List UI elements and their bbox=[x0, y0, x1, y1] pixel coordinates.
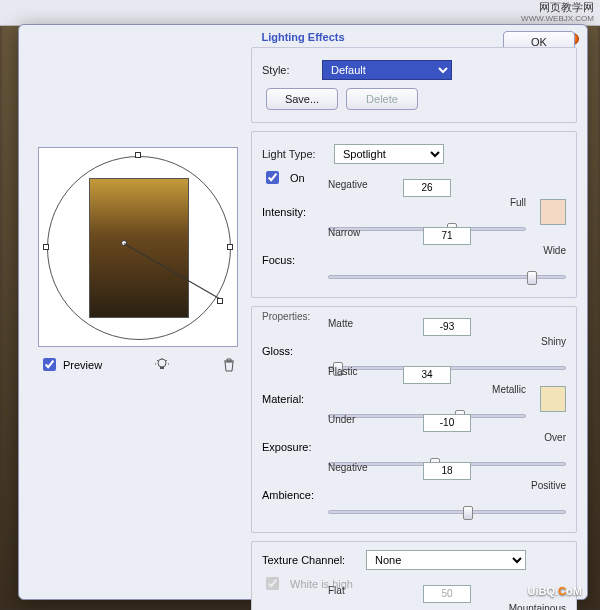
ambience-slider[interactable] bbox=[328, 510, 566, 514]
light-handle[interactable] bbox=[43, 244, 49, 250]
app-toolbar: 网页教学网 WWW.WEBJX.COM bbox=[0, 0, 600, 26]
white-is-high-checkbox bbox=[266, 577, 279, 590]
texture-channel-select[interactable]: None bbox=[366, 550, 526, 570]
light-ellipse[interactable] bbox=[47, 156, 231, 340]
properties-title: Properties: bbox=[262, 311, 566, 322]
gloss-label: Gloss: bbox=[262, 345, 320, 357]
exposure-value[interactable]: -10 bbox=[423, 414, 471, 432]
material-value[interactable]: 34 bbox=[403, 366, 451, 384]
style-label: Style: bbox=[262, 64, 314, 76]
lightbulb-icon[interactable] bbox=[154, 357, 170, 373]
style-group: Style: Default Save... Delete bbox=[251, 47, 577, 123]
site-name: 网页教学网 bbox=[521, 2, 594, 13]
focus-value[interactable]: 71 bbox=[423, 227, 471, 245]
ambience-label: Ambience: bbox=[262, 489, 320, 501]
dialog-title: Lighting Effects bbox=[19, 25, 587, 47]
focus-slider[interactable] bbox=[328, 275, 566, 279]
preview-checkbox-label[interactable]: Preview bbox=[39, 355, 102, 374]
intensity-label: Intensity: bbox=[262, 206, 320, 218]
preview-checkbox[interactable] bbox=[43, 358, 56, 371]
svg-point-0 bbox=[158, 359, 166, 367]
light-type-label: Light Type: bbox=[262, 148, 326, 160]
light-handle[interactable] bbox=[217, 298, 223, 304]
watermark: UiBQ.CoM bbox=[528, 577, 582, 600]
lighting-effects-dialog: Lighting Effects OK Cancel Preview bbox=[18, 24, 588, 600]
site-url: WWW.WEBJX.COM bbox=[521, 13, 594, 24]
ambience-value[interactable]: 18 bbox=[423, 462, 471, 480]
light-handle[interactable] bbox=[135, 152, 141, 158]
exposure-label: Exposure: bbox=[262, 441, 320, 453]
properties-group: Properties: Gloss: Matte -93 Shiny Mater… bbox=[251, 306, 577, 533]
trash-icon[interactable] bbox=[221, 357, 237, 373]
ambient-color-swatch[interactable] bbox=[540, 386, 566, 412]
material-label: Material: bbox=[262, 393, 320, 405]
light-handle[interactable] bbox=[227, 244, 233, 250]
texture-channel-label: Texture Channel: bbox=[262, 554, 358, 566]
on-checkbox[interactable] bbox=[266, 171, 279, 184]
save-button[interactable]: Save... bbox=[266, 88, 338, 110]
height-value: 50 bbox=[423, 585, 471, 603]
light-color-swatch[interactable] bbox=[540, 199, 566, 225]
light-type-select[interactable]: Spotlight bbox=[334, 144, 444, 164]
delete-button: Delete bbox=[346, 88, 418, 110]
gloss-value[interactable]: -93 bbox=[423, 318, 471, 336]
white-is-high-label: White is high bbox=[262, 574, 566, 593]
preview-canvas[interactable] bbox=[38, 147, 238, 347]
style-select[interactable]: Default bbox=[322, 60, 452, 80]
focus-label: Focus: bbox=[262, 254, 320, 266]
intensity-value[interactable]: 26 bbox=[403, 179, 451, 197]
light-type-group: Light Type: Spotlight On Intensity: Nega… bbox=[251, 131, 577, 298]
